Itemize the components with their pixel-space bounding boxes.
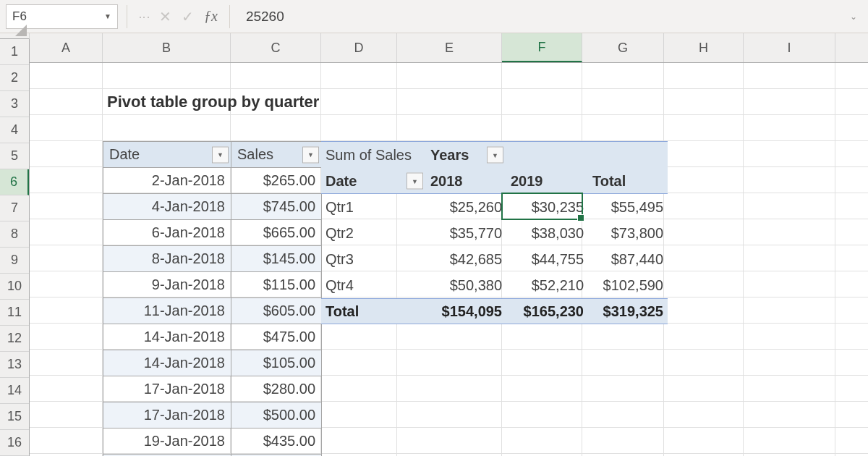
data-table-header-date[interactable]: Date	[103, 142, 231, 168]
cell-date[interactable]: 9-Jan-2018	[103, 272, 231, 298]
table-row[interactable]: 14-Jan-2018$105.00	[103, 350, 322, 376]
cell-date[interactable]: 4-Jan-2018	[103, 194, 231, 220]
cell-date[interactable]: 2-Jan-2018	[103, 168, 231, 194]
cancel-icon[interactable]: ✕	[159, 8, 171, 25]
table-row[interactable]: 17-Jan-2018$500.00	[103, 402, 322, 428]
sheet-area: 12345678910111213141516 ABCDEFGHIJ Pivot…	[0, 33, 868, 456]
pivot-row-label: Qtr3	[321, 246, 426, 272]
row-header-2[interactable]: 2	[0, 65, 29, 91]
column-headers: ABCDEFGHIJ	[30, 33, 868, 63]
row-header-4[interactable]: 4	[0, 117, 29, 143]
column-header-F[interactable]: F	[502, 33, 582, 62]
pivot-table: Sum of Sales Years Date 2018	[321, 141, 668, 324]
pivot-total-grand: $319,325	[588, 299, 668, 324]
pivot-col-total[interactable]: Total	[588, 168, 668, 194]
cell-date[interactable]: 8-Jan-2018	[103, 246, 231, 272]
pivot-value: $102,590	[588, 272, 668, 298]
formula-bar-value[interactable]: 25260	[239, 9, 841, 25]
pivot-value: $50,380	[426, 272, 506, 298]
row-header-8[interactable]: 8	[0, 221, 29, 248]
table-row[interactable]: 8-Jan-2018$145.00	[103, 246, 322, 272]
pivot-total-label: Total	[321, 299, 426, 324]
fx-icon[interactable]: ƒx	[204, 8, 218, 25]
cell-sales[interactable]: $265.00	[231, 168, 322, 194]
row-header-12[interactable]: 12	[0, 326, 29, 352]
column-header-D[interactable]: D	[321, 33, 397, 62]
filter-button[interactable]	[302, 146, 319, 163]
pivot-blank	[588, 142, 668, 168]
pivot-row[interactable]: Qtr4$50,380$52,210$102,590	[321, 272, 668, 298]
cell-sales[interactable]: $745.00	[231, 194, 322, 220]
filter-button[interactable]	[212, 146, 229, 163]
column-header-I[interactable]: I	[744, 33, 835, 62]
select-all-corner[interactable]	[0, 33, 30, 39]
data-table: Date Sales 2-Jan-2018$265.004-Jan-2018$7…	[103, 141, 322, 456]
cell-date[interactable]: 14-Jan-2018	[103, 324, 231, 350]
pivot-row-field[interactable]: Date	[321, 168, 426, 194]
row-header-9[interactable]: 9	[0, 248, 29, 274]
data-table-header-sales[interactable]: Sales	[231, 142, 322, 168]
pivot-value: $87,440	[588, 246, 668, 272]
column-header-J[interactable]: J	[835, 33, 868, 62]
label: Date	[326, 173, 357, 190]
pivot-value: $55,495	[588, 194, 668, 220]
column-header-A[interactable]: A	[30, 33, 103, 62]
table-row[interactable]: 17-Jan-2018$280.00	[103, 376, 322, 402]
formula-bar-controls: ⋮ ✕ ✓ ƒx	[136, 8, 221, 25]
column-header-E[interactable]: E	[397, 33, 502, 62]
filter-button[interactable]	[487, 147, 503, 164]
cell-sales[interactable]: $435.00	[231, 428, 322, 455]
row-header-14[interactable]: 14	[0, 378, 29, 404]
pivot-col-2019[interactable]: 2019	[506, 168, 588, 194]
cell-sales[interactable]: $105.00	[231, 350, 322, 376]
row-header-3[interactable]: 3	[0, 91, 29, 117]
row-header-13[interactable]: 13	[0, 352, 29, 378]
column-header-H[interactable]: H	[664, 33, 744, 62]
table-row[interactable]: 4-Jan-2018$745.00	[103, 194, 322, 220]
header-label: Date	[109, 146, 140, 162]
cell-sales[interactable]: $115.00	[231, 272, 322, 298]
pivot-row[interactable]: Qtr2$35,770$38,030$73,800	[321, 220, 668, 246]
cell-sales[interactable]: $500.00	[231, 402, 322, 428]
table-row[interactable]: 2-Jan-2018$265.00	[103, 168, 322, 194]
cell-date[interactable]: 6-Jan-2018	[103, 220, 231, 246]
cell-sales[interactable]: $280.00	[231, 376, 322, 402]
chevron-down-icon[interactable]: ▼	[104, 12, 111, 20]
cell-date[interactable]: 14-Jan-2018	[103, 350, 231, 376]
expand-formula-bar-icon[interactable]: ⌄	[845, 12, 862, 22]
row-header-10[interactable]: 10	[0, 274, 29, 300]
pivot-row[interactable]: Qtr3$42,685$44,755$87,440	[321, 246, 668, 272]
pivot-col-2018[interactable]: 2018	[426, 168, 506, 194]
table-row[interactable]: 19-Jan-2018$435.00	[103, 428, 322, 455]
cell-sales[interactable]: $665.00	[231, 220, 322, 246]
pivot-value: $73,800	[588, 220, 668, 246]
filter-button[interactable]	[407, 173, 423, 190]
cell-sales[interactable]: $145.00	[231, 246, 322, 272]
row-header-7[interactable]: 7	[0, 195, 29, 221]
name-box-value: F6	[12, 9, 27, 24]
table-row[interactable]: 6-Jan-2018$665.00	[103, 220, 322, 246]
grid[interactable]: Pivot table group by quarter Date Sales	[30, 63, 868, 456]
row-header-16[interactable]: 16	[0, 430, 29, 456]
table-row[interactable]: 11-Jan-2018$605.00	[103, 298, 322, 324]
pivot-column-field[interactable]: Years	[426, 142, 506, 168]
table-row[interactable]: 9-Jan-2018$115.00	[103, 272, 322, 298]
cell-date[interactable]: 19-Jan-2018	[103, 428, 231, 455]
cell-date[interactable]: 17-Jan-2018	[103, 376, 231, 402]
cell-date[interactable]: 17-Jan-2018	[103, 402, 231, 428]
row-header-15[interactable]: 15	[0, 404, 29, 430]
row-header-11[interactable]: 11	[0, 300, 29, 326]
label: Years	[430, 147, 469, 164]
pivot-row[interactable]: Qtr1$25,260$30,235$55,495	[321, 194, 668, 220]
row-header-5[interactable]: 5	[0, 143, 29, 169]
column-header-C[interactable]: C	[231, 33, 321, 62]
row-header-1[interactable]: 1	[0, 39, 29, 65]
column-header-B[interactable]: B	[103, 33, 231, 62]
cell-sales[interactable]: $475.00	[231, 324, 322, 350]
cell-date[interactable]: 11-Jan-2018	[103, 298, 231, 324]
row-header-6[interactable]: 6	[0, 169, 29, 195]
table-row[interactable]: 14-Jan-2018$475.00	[103, 324, 322, 350]
cell-sales[interactable]: $605.00	[231, 298, 322, 324]
confirm-icon[interactable]: ✓	[182, 8, 194, 25]
column-header-G[interactable]: G	[582, 33, 664, 62]
